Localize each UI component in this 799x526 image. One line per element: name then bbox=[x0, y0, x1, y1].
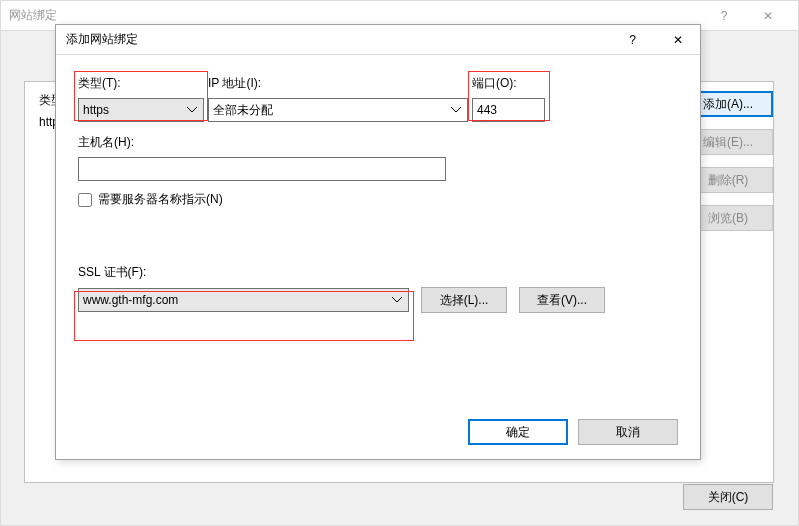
view-cert-button[interactable]: 查看(V)... bbox=[519, 287, 605, 313]
help-icon[interactable]: ? bbox=[702, 1, 746, 31]
ssl-label: SSL 证书(F): bbox=[78, 264, 678, 281]
select-cert-button[interactable]: 选择(L)... bbox=[421, 287, 507, 313]
sni-label: 需要服务器名称指示(N) bbox=[98, 191, 223, 208]
sni-checkbox[interactable] bbox=[78, 193, 92, 207]
child-titlebar: 添加网站绑定 ? ✕ bbox=[56, 25, 700, 55]
type-field: 类型(T): https bbox=[78, 75, 204, 122]
child-window-controls: ? ✕ bbox=[610, 25, 700, 55]
dialog-button-row: 确定 取消 bbox=[468, 419, 678, 445]
hostname-label: 主机名(H): bbox=[78, 134, 678, 151]
help-icon[interactable]: ? bbox=[610, 25, 655, 55]
type-select[interactable]: https bbox=[78, 98, 204, 122]
port-input[interactable] bbox=[472, 98, 545, 122]
ip-label: IP 地址(I): bbox=[208, 75, 468, 92]
port-label: 端口(O): bbox=[472, 75, 545, 92]
close-button[interactable]: 关闭(C) bbox=[683, 484, 773, 510]
ip-field: IP 地址(I): 全部未分配 bbox=[208, 75, 468, 122]
child-title: 添加网站绑定 bbox=[66, 31, 610, 48]
ssl-cert-select[interactable]: www.gth-mfg.com bbox=[78, 288, 409, 312]
close-icon[interactable]: ✕ bbox=[746, 1, 790, 31]
sni-checkbox-row: 需要服务器名称指示(N) bbox=[78, 191, 678, 208]
hostname-field: 主机名(H): bbox=[78, 134, 678, 181]
close-icon[interactable]: ✕ bbox=[655, 25, 700, 55]
ssl-field: SSL 证书(F): www.gth-mfg.com 选择(L)... 查看(V… bbox=[78, 264, 678, 313]
port-field: 端口(O): bbox=[472, 75, 545, 122]
type-label: 类型(T): bbox=[78, 75, 204, 92]
ok-button[interactable]: 确定 bbox=[468, 419, 568, 445]
ip-select[interactable]: 全部未分配 bbox=[208, 98, 468, 122]
child-body: 类型(T): https IP 地址(I): 全部未分配 端口(O): 主机名(… bbox=[56, 55, 700, 459]
ssl-row: www.gth-mfg.com 选择(L)... 查看(V)... bbox=[78, 287, 678, 313]
add-binding-dialog: 添加网站绑定 ? ✕ 类型(T): https IP 地址(I): 全部未分配 … bbox=[55, 24, 701, 460]
hostname-input[interactable] bbox=[78, 157, 446, 181]
row-type-ip-port: 类型(T): https IP 地址(I): 全部未分配 端口(O): bbox=[78, 75, 678, 122]
parent-window-controls: ? ✕ bbox=[702, 1, 790, 31]
cancel-button[interactable]: 取消 bbox=[578, 419, 678, 445]
parent-title: 网站绑定 bbox=[9, 7, 702, 24]
